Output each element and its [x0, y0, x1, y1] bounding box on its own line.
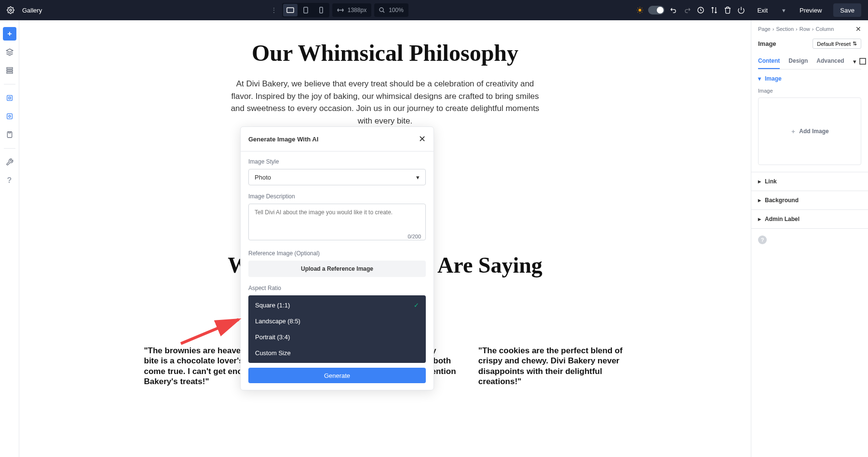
exit-button[interactable]: Exit — [750, 3, 774, 17]
theme-toggle[interactable] — [648, 6, 665, 14]
svg-point-4 — [380, 8, 383, 12]
breadcrumb: Page› Section› Row› Column ✕ — [758, 25, 861, 33]
redo-icon[interactable] — [683, 6, 692, 14]
add-image-button[interactable]: ＋ Add Image — [758, 97, 861, 165]
upload-reference-button[interactable]: Upload a Reference Image — [248, 261, 426, 277]
gear-icon[interactable] — [7, 6, 14, 14]
tools-button[interactable] — [3, 155, 16, 169]
help-icon[interactable]: ? — [758, 235, 767, 244]
paragraph-philosophy[interactable]: At Divi Bakery, we believe that every tr… — [231, 78, 540, 127]
chevron-right-icon: ▸ — [758, 197, 761, 204]
check-icon: ✓ — [414, 302, 419, 309]
char-count: 0/200 — [407, 234, 421, 239]
sections-button[interactable] — [3, 64, 16, 77]
bc-page[interactable]: Page — [758, 26, 771, 32]
device-phone-button[interactable] — [314, 4, 328, 16]
rail-divider — [4, 84, 15, 84]
svg-point-12 — [9, 115, 11, 117]
generate-image-modal: Generate Image With AI ✕ Image Style Pho… — [240, 126, 434, 390]
topbar-left: Gallery — [0, 6, 42, 14]
svg-rect-8 — [7, 70, 13, 71]
accordion-image: ▾ Image Image ＋ Add Image — [751, 69, 868, 172]
close-icon[interactable]: ✕ — [855, 25, 861, 33]
device-desktop-button[interactable] — [283, 4, 298, 16]
testimonial-3[interactable]: "The cookies are the perfect blend of cr… — [478, 346, 626, 387]
tabs: Content Design Advanced ▾ — [758, 54, 861, 69]
accordion-link-header[interactable]: ▸ Link — [751, 172, 868, 191]
accordion-link: ▸ Link — [751, 172, 868, 191]
accordion-admin: ▸ Admin Label — [751, 210, 868, 229]
heading-philosophy[interactable]: Our Whimsical Philosophy — [144, 40, 626, 66]
svg-rect-2 — [304, 7, 308, 13]
tab-design[interactable]: Design — [788, 54, 808, 69]
description-label: Image Description — [248, 193, 426, 200]
svg-rect-13 — [7, 132, 12, 138]
drag-handle-icon[interactable]: ⋮ — [271, 6, 277, 14]
chevron-down-icon[interactable]: ▾ — [853, 58, 856, 65]
topbar: Gallery ⋮ 1388px 100% — [0, 0, 868, 20]
settings-panel: Page› Section› Row› Column ✕ Image Defau… — [751, 20, 868, 457]
clipboard-button[interactable] — [3, 128, 16, 141]
chevron-down-icon: ▾ — [416, 174, 420, 181]
modal-title: Generate Image With AI — [248, 136, 318, 143]
rail-divider — [4, 148, 15, 149]
expand-icon[interactable] — [859, 58, 866, 65]
bc-section[interactable]: Section — [776, 26, 794, 32]
add-element-button[interactable] — [3, 27, 16, 41]
plus-icon: ＋ — [790, 127, 796, 136]
power-icon[interactable] — [737, 6, 746, 14]
width-value: 1388px — [348, 7, 366, 14]
bc-row[interactable]: Row — [800, 26, 810, 32]
left-rail: ? — [0, 20, 19, 457]
accordion-admin-header[interactable]: ▸ Admin Label — [751, 210, 868, 228]
trash-icon[interactable] — [723, 6, 732, 14]
image-style-select[interactable]: Photo ▾ — [248, 169, 426, 185]
sort-icon[interactable] — [710, 6, 719, 14]
aspect-option-square[interactable]: Square (1:1) ✓ — [248, 297, 426, 313]
panel-top: Page› Section› Row› Column ✕ Image Defau… — [751, 20, 868, 69]
layers-button[interactable] — [3, 45, 16, 59]
close-icon[interactable]: ✕ — [419, 134, 426, 144]
accordion-background-header[interactable]: ▸ Background — [751, 191, 868, 209]
description-textarea[interactable] — [248, 204, 426, 240]
image-style-label: Image Style — [248, 158, 426, 165]
aspect-ratio-dropdown: Square (1:1) ✓ Landscape (8:5) Portrait … — [248, 295, 426, 363]
topbar-center: ⋮ 1388px 100% — [42, 3, 637, 17]
preset-button[interactable]: Default Preset ⇅ — [813, 39, 861, 49]
topbar-right: Exit ▾ Preview Save — [637, 3, 868, 17]
undo-icon[interactable] — [669, 6, 678, 14]
tab-extras: ▾ — [853, 54, 866, 69]
main: ? Our Whimsical Philosophy At Divi Baker… — [0, 20, 868, 457]
help-button[interactable]: ? — [3, 174, 16, 187]
tab-content[interactable]: Content — [758, 54, 780, 69]
chevron-right-icon: ▸ — [758, 216, 761, 222]
page-title: Gallery — [22, 7, 42, 14]
preset-icon: ⇅ — [853, 41, 857, 47]
canvas-width-input[interactable]: 1388px — [332, 3, 371, 17]
preview-button[interactable]: Preview — [793, 3, 828, 17]
svg-rect-7 — [7, 68, 13, 69]
aspect-option-landscape[interactable]: Landscape (8:5) — [248, 313, 426, 329]
aspect-ratio-label: Aspect Ratio — [248, 285, 426, 291]
save-button[interactable]: Save — [833, 3, 861, 17]
device-tablet-button[interactable] — [298, 4, 313, 16]
bc-column[interactable]: Column — [815, 26, 834, 32]
history-icon[interactable] — [696, 6, 705, 14]
generate-button[interactable]: Generate — [248, 368, 426, 383]
svg-rect-1 — [287, 8, 294, 13]
svg-point-5 — [639, 9, 642, 12]
ai-button-1[interactable] — [3, 91, 16, 105]
image-style-value: Photo — [255, 174, 271, 181]
ai-button-2[interactable] — [3, 110, 16, 123]
zoom-input[interactable]: 100% — [374, 3, 408, 17]
tab-advanced[interactable]: Advanced — [816, 54, 844, 69]
aspect-option-portrait[interactable]: Portrait (3:4) — [248, 329, 426, 345]
svg-rect-15 — [860, 58, 866, 64]
accordion-image-header[interactable]: ▾ Image — [751, 69, 868, 88]
device-toggle — [282, 3, 329, 17]
exit-dropdown-icon[interactable]: ▾ — [779, 3, 788, 17]
aspect-option-custom[interactable]: Custom Size — [248, 345, 426, 361]
modal-body: Image Style Photo ▾ Image Description 0/… — [241, 152, 434, 390]
svg-rect-10 — [7, 96, 12, 101]
panel-title: Image — [758, 40, 776, 47]
